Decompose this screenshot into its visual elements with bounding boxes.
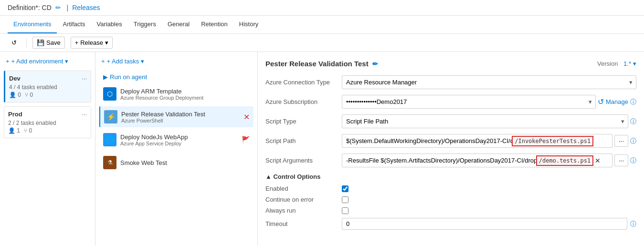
version-label: Version 1.* ▾ — [597, 60, 636, 67]
task-flag-nodejs: 🚩 — [242, 136, 250, 144]
script-type-info-icon[interactable]: ⓘ — [630, 117, 636, 126]
manage-link[interactable]: Manage — [606, 98, 628, 105]
env-more-dev[interactable]: ··· — [82, 75, 87, 82]
connection-type-select[interactable]: Azure Resource Manager — [342, 75, 636, 89]
script-type-control: Script File Path ▾ ⓘ — [342, 114, 636, 128]
script-path-browse-button[interactable]: ··· — [614, 135, 628, 147]
refresh-icon: ↺ — [11, 39, 17, 46]
header-divider: | — [67, 4, 69, 11]
detail-edit-icon[interactable]: ✏ — [372, 60, 378, 68]
script-arguments-info-icon[interactable]: ⓘ — [630, 156, 636, 165]
control-row-always-run: Always run — [265, 207, 636, 214]
header: Definition*: CD ✏ | Releases — [0, 0, 644, 16]
task-item-nodejs[interactable]: 🌐 Deploy NodeJs WebApp Azure App Service… — [99, 129, 253, 150]
script-arguments-control: /demo.tests.ps1 ✕ ··· ⓘ — [342, 154, 636, 167]
save-button[interactable]: 💾 Save — [32, 37, 65, 49]
env-card-header-prod: Prod ··· — [8, 111, 87, 118]
definition-title: Definition*: CD ✏ | Releases — [8, 4, 100, 11]
save-icon: 💾 — [37, 39, 44, 46]
env-more-prod[interactable]: ··· — [82, 111, 87, 118]
task-info-nodejs: Deploy NodeJs WebApp Azure App Service D… — [120, 133, 238, 146]
task-name-deploy-arm: Deploy ARM Template — [120, 88, 250, 95]
script-arguments-label: Script Arguments — [265, 157, 342, 164]
script-path-highlight: /InvokePesterTests.ps1 — [512, 136, 593, 146]
edit-icon[interactable]: ✏ — [55, 4, 61, 11]
tab-variables[interactable]: Variables — [91, 16, 127, 33]
environment-card-dev[interactable]: Dev ··· 4 / 4 tasks enabled 👤 0 ⑂ 0 — [4, 71, 91, 102]
task-item-smoke[interactable]: ⚗ Smoke Web Test — [99, 152, 253, 173]
env-users-icon-dev: 👤 0 — [9, 92, 21, 98]
add-env-icon: + — [6, 58, 10, 65]
add-tasks-button[interactable]: + + Add tasks ▾ — [99, 56, 253, 67]
env-name-dev: Dev — [9, 75, 21, 82]
always-run-checkbox[interactable] — [342, 207, 348, 214]
version-select[interactable]: 1.* ▾ — [623, 60, 636, 67]
task-icon-deploy-arm: ⬡ — [103, 87, 116, 101]
continue-error-checkbox[interactable] — [342, 196, 348, 203]
task-icon-smoke: ⚗ — [103, 156, 116, 169]
form-row-script-arguments: Script Arguments /demo.tests.ps1 ✕ ··· ⓘ — [265, 154, 636, 167]
task-info-smoke: Smoke Web Test — [120, 159, 250, 166]
form-row-script-type: Script Type Script File Path ▾ ⓘ — [265, 114, 636, 128]
script-path-info-icon[interactable]: ⓘ — [630, 137, 636, 145]
task-name-pester: Pester Release Validation Test — [121, 111, 240, 118]
task-name-smoke: Smoke Web Test — [120, 159, 250, 166]
add-environment-button[interactable]: + + Add environment ▾ — [4, 56, 91, 67]
release-chevron-icon: ▾ — [105, 39, 108, 46]
control-row-continue-error: Continue on error — [265, 196, 636, 203]
tab-artifacts[interactable]: Artifacts — [57, 16, 91, 33]
script-arguments-x-icon[interactable]: ✕ — [595, 157, 601, 164]
agent-icon: ▶ — [103, 73, 108, 81]
subscription-refresh-icon[interactable]: ↺ — [598, 97, 604, 106]
control-options-section: ▲ Control Options Enabled Continue on er… — [265, 173, 636, 230]
task-item-deploy-arm[interactable]: ⬡ Deploy ARM Template Azure Resource Gro… — [99, 83, 253, 104]
env-meta-prod: 👤 1 ⑂ 0 — [8, 127, 87, 134]
task-icon-pester: ⚡ — [104, 110, 117, 123]
script-type-select[interactable]: Script File Path — [342, 114, 628, 128]
tab-retention[interactable]: Retention — [195, 16, 233, 33]
environment-card-prod[interactable]: Prod ··· 2 / 2 tasks enabled 👤 1 ⑂ 0 — [4, 106, 91, 138]
task-item-pester[interactable]: ⚡ Pester Release Validation Test Azure P… — [99, 106, 253, 127]
task-icon-nodejs: 🌐 — [103, 133, 116, 146]
control-row-enabled: Enabled — [265, 185, 636, 192]
tasks-panel: + + Add tasks ▾ ▶ Run on agent ⬡ Deploy … — [95, 52, 258, 246]
tab-environments[interactable]: Environments — [8, 16, 57, 33]
task-subtitle-pester: Azure PowerShell — [121, 118, 240, 123]
script-arguments-highlight: /demo.tests.ps1 — [536, 155, 593, 166]
always-run-label: Always run — [265, 207, 342, 214]
tab-history[interactable]: History — [233, 16, 264, 33]
env-tasks-dev: 4 / 4 tasks enabled — [9, 84, 87, 91]
subscription-info-icon[interactable]: ⓘ — [630, 98, 636, 106]
timeout-info-icon[interactable]: ⓘ — [630, 220, 636, 228]
enabled-label: Enabled — [265, 185, 342, 192]
env-users-icon-prod: 👤 1 — [8, 127, 20, 134]
subscription-label: Azure Subscription — [265, 98, 342, 105]
script-arguments-browse-button[interactable]: ··· — [614, 154, 628, 166]
timeout-input[interactable] — [342, 218, 627, 230]
control-options-header[interactable]: ▲ Control Options — [265, 173, 636, 180]
tab-general[interactable]: General — [162, 16, 195, 33]
tab-triggers[interactable]: Triggers — [128, 16, 162, 33]
enabled-checkbox[interactable] — [342, 185, 348, 192]
environments-panel: + + Add environment ▾ Dev ··· 4 / 4 task… — [0, 52, 95, 246]
task-info-deploy-arm: Deploy ARM Template Azure Resource Group… — [120, 88, 250, 101]
script-type-label: Script Type — [265, 118, 342, 125]
add-tasks-icon: + — [101, 58, 105, 65]
env-meta-dev: 👤 0 ⑂ 0 — [9, 92, 87, 98]
toolbar: ↺ 💾 Save + Release ▾ — [0, 34, 644, 52]
version-chevron-icon: ▾ — [633, 60, 636, 67]
toolbar-separator — [26, 38, 27, 48]
form-row-subscription: Azure Subscription ••••••••••••••Demo201… — [265, 95, 636, 109]
refresh-button[interactable]: ↺ — [8, 37, 21, 48]
run-on-agent[interactable]: ▶ Run on agent — [99, 71, 253, 83]
releases-link[interactable]: Releases — [72, 4, 100, 11]
add-env-chevron-icon: ▾ — [65, 58, 68, 65]
task-remove-pester[interactable]: ✕ — [243, 113, 250, 122]
release-button[interactable]: + Release ▾ — [71, 37, 113, 49]
subscription-select[interactable]: ••••••••••••••Demo2017 — [342, 95, 596, 109]
task-info-pester: Pester Release Validation Test Azure Pow… — [121, 111, 240, 123]
env-tasks-prod: 2 / 2 tasks enabled — [8, 120, 87, 126]
env-card-header-dev: Dev ··· — [9, 75, 87, 82]
env-approvals-icon-prod: ⑂ 0 — [24, 127, 32, 134]
env-approvals-icon-dev: ⑂ 0 — [25, 92, 33, 98]
